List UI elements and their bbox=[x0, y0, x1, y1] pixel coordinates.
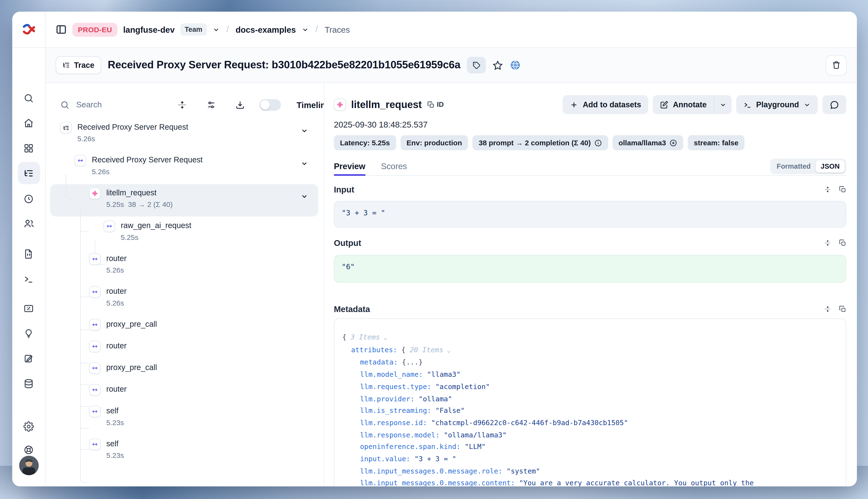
app-logo[interactable] bbox=[12, 12, 46, 47]
org-type-badge: Team bbox=[180, 23, 207, 36]
json-line: llm.is_streaming: "False" bbox=[342, 405, 838, 417]
tags-button[interactable] bbox=[467, 57, 486, 73]
add-to-datasets-button[interactable]: Add to datasets bbox=[563, 95, 648, 114]
row-collapse-chevron-icon[interactable] bbox=[301, 127, 308, 134]
span-node-icon bbox=[89, 406, 101, 417]
tree-settings-icon[interactable] bbox=[201, 96, 220, 113]
project-name[interactable]: docs-examples bbox=[235, 25, 296, 34]
tab-preview[interactable]: Preview bbox=[334, 157, 365, 175]
playground-button[interactable]: Playground bbox=[736, 95, 818, 114]
metadata-label: Metadata bbox=[334, 304, 370, 314]
format-toggle-json[interactable]: JSON bbox=[816, 160, 844, 172]
tab-scores[interactable]: Scores bbox=[381, 157, 407, 175]
download-icon[interactable] bbox=[231, 96, 249, 113]
sidebar-item-evaluation[interactable] bbox=[17, 297, 40, 319]
tree-row-label: router bbox=[106, 254, 127, 263]
desktop-background: PROD-EU langfuse-dev Team / docs-example… bbox=[0, 0, 868, 499]
sidebar-item-tracing[interactable] bbox=[17, 162, 40, 184]
sidebar-item-sessions[interactable] bbox=[17, 187, 40, 210]
trace-type-chip[interactable]: Trace bbox=[56, 56, 101, 74]
user-avatar[interactable] bbox=[19, 456, 38, 475]
annotate-button[interactable]: Annotate bbox=[653, 95, 714, 114]
row-collapse-chevron-icon[interactable] bbox=[301, 160, 308, 168]
langfuse-logo-icon bbox=[22, 23, 35, 36]
tree-connector bbox=[80, 297, 89, 297]
sidebar-item-dashboards[interactable] bbox=[17, 137, 40, 159]
json-line: llm.provider: "ollama" bbox=[342, 393, 838, 405]
json-line[interactable]: { 3 Items ⌄ bbox=[342, 331, 838, 344]
annotate-dropdown-button[interactable] bbox=[714, 95, 732, 114]
observation-badges: Latency: 5.25s Env: production 38 prompt… bbox=[334, 135, 846, 150]
copy-section-icon[interactable] bbox=[839, 305, 846, 313]
timeline-toggle-label: Timeline bbox=[297, 100, 325, 109]
comments-button[interactable] bbox=[822, 95, 846, 114]
span-node-icon bbox=[89, 439, 101, 450]
tree-search[interactable] bbox=[60, 100, 155, 109]
json-line: llm.request.type: "acompletion" bbox=[342, 381, 838, 393]
sidebar-item-users[interactable] bbox=[17, 212, 40, 235]
tree-row-label: router bbox=[106, 385, 127, 393]
tree-connector bbox=[80, 384, 89, 385]
json-line[interactable]: attributes: { 20 Items ⌄ bbox=[342, 344, 838, 356]
generation-node-icon bbox=[334, 98, 346, 111]
sidebar-item-home[interactable] bbox=[17, 112, 40, 134]
timeline-toggle[interactable] bbox=[259, 99, 281, 111]
row-collapse-chevron-icon[interactable] bbox=[301, 193, 308, 200]
org-switcher-chevron-icon[interactable] bbox=[212, 26, 220, 33]
json-line: llm.model_name: "llama3" bbox=[342, 368, 838, 380]
sidebar-item-settings[interactable] bbox=[17, 415, 40, 437]
chevron-down-icon bbox=[804, 101, 811, 108]
project-switcher-chevron-icon[interactable] bbox=[302, 26, 309, 33]
sidebar-item-suggestions[interactable] bbox=[17, 322, 40, 344]
plus-circle-icon[interactable] bbox=[669, 139, 677, 147]
sidebar-item-playground[interactable] bbox=[17, 268, 40, 290]
square-pen-icon bbox=[660, 100, 669, 109]
collapse-all-icon[interactable] bbox=[172, 96, 192, 113]
span-node-icon bbox=[89, 253, 101, 265]
sidebar-item-datasets[interactable] bbox=[17, 372, 40, 394]
tree-search-input[interactable] bbox=[76, 100, 143, 109]
format-toggle: Formatted JSON bbox=[770, 158, 846, 174]
tree-row[interactable]: Received Proxy Server Request 5.26s bbox=[46, 121, 319, 151]
tree-row-label: proxy_pre_call bbox=[106, 363, 157, 372]
input-value-box: "3 + 3 = " bbox=[334, 201, 846, 228]
sidebar-item-prompts[interactable] bbox=[17, 243, 40, 265]
tree-row[interactable]: Received Proxy Server Request 5.26s bbox=[46, 154, 319, 184]
env-badge: Env: production bbox=[400, 135, 468, 150]
sidebar-toggle-icon[interactable] bbox=[56, 24, 66, 35]
breadcrumb-section[interactable]: Traces bbox=[325, 25, 350, 34]
sidebar-item-search[interactable] bbox=[17, 87, 40, 109]
sidebar-rail bbox=[12, 48, 46, 486]
delete-trace-button[interactable] bbox=[826, 55, 847, 75]
copy-id-button[interactable]: ID bbox=[427, 101, 444, 109]
org-name[interactable]: langfuse-dev bbox=[123, 25, 175, 34]
tree-connector bbox=[80, 406, 89, 406]
detail-header: litellm_request ID Add to datasets bbox=[334, 95, 846, 114]
tree-row-duration: 5.26s bbox=[77, 135, 95, 143]
tree-connector bbox=[66, 174, 75, 199]
tree-row-label: self bbox=[106, 406, 118, 415]
sidebar-item-annotation-queues[interactable] bbox=[17, 347, 40, 369]
collapse-section-icon[interactable] bbox=[824, 185, 831, 193]
json-line: llm.response.model: "ollama/llama3" bbox=[342, 429, 838, 441]
tree-connector bbox=[80, 427, 89, 428]
tree-connector bbox=[80, 329, 89, 330]
model-badge[interactable]: ollama/llama3 bbox=[612, 135, 683, 150]
bookmark-star-button[interactable] bbox=[493, 60, 503, 71]
format-toggle-formatted[interactable]: Formatted bbox=[771, 160, 816, 172]
collapse-section-icon[interactable] bbox=[824, 305, 831, 313]
plus-icon bbox=[570, 100, 578, 109]
public-visibility-button[interactable] bbox=[510, 59, 521, 71]
json-line[interactable]: metadata: {...} bbox=[342, 356, 838, 368]
search-icon bbox=[60, 100, 70, 109]
info-icon[interactable] bbox=[594, 139, 602, 147]
tree-connector bbox=[80, 363, 89, 363]
tree-row-duration: 5.26s bbox=[106, 299, 124, 307]
breadcrumb-separator: / bbox=[314, 24, 319, 35]
tree-connector bbox=[80, 231, 89, 231]
tree-connector bbox=[80, 449, 89, 449]
copy-section-icon[interactable] bbox=[839, 185, 846, 193]
tag-icon bbox=[472, 61, 481, 69]
copy-section-icon[interactable] bbox=[839, 239, 846, 246]
collapse-section-icon[interactable] bbox=[824, 239, 831, 246]
